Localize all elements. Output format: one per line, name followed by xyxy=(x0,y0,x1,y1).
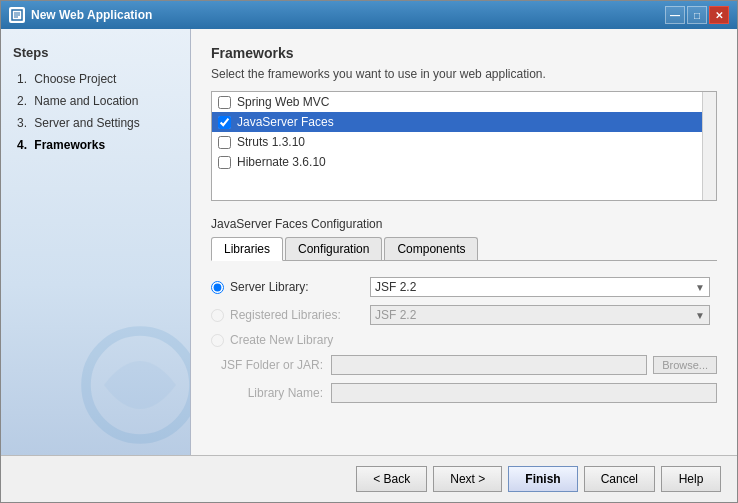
app-icon xyxy=(9,7,25,23)
framework-struts-checkbox[interactable] xyxy=(218,136,231,149)
library-name-row: Library Name: xyxy=(211,383,717,403)
registered-libraries-label: Registered Libraries: xyxy=(230,308,370,322)
framework-struts-label: Struts 1.3.10 xyxy=(237,135,305,149)
titlebar: New Web Application — □ ✕ xyxy=(1,1,737,29)
page-subtitle: Select the frameworks you want to use in… xyxy=(211,67,717,81)
create-library-label: Create New Library xyxy=(230,333,333,347)
frameworks-scrollbar[interactable] xyxy=(702,92,716,200)
finish-button[interactable]: Finish xyxy=(508,466,577,492)
jsf-folder-row: JSF Folder or JAR: Browse... xyxy=(211,355,717,375)
step-2: 2. Name and Location xyxy=(13,92,178,110)
tab-libraries[interactable]: Libraries xyxy=(211,237,283,261)
step-4-label: Frameworks xyxy=(34,138,105,152)
window-controls: — □ ✕ xyxy=(665,6,729,24)
framework-hibernate-checkbox[interactable] xyxy=(218,156,231,169)
create-library-radio[interactable] xyxy=(211,334,224,347)
maximize-button[interactable]: □ xyxy=(687,6,707,24)
frameworks-list[interactable]: Spring Web MVC JavaServer Faces Struts 1… xyxy=(211,91,717,201)
main-panel: Frameworks Select the frameworks you wan… xyxy=(191,29,737,455)
server-library-label: Server Library: xyxy=(230,280,370,294)
framework-spring[interactable]: Spring Web MVC xyxy=(212,92,716,112)
framework-spring-label: Spring Web MVC xyxy=(237,95,329,109)
jsf-folder-label: JSF Folder or JAR: xyxy=(211,358,331,372)
close-button[interactable]: ✕ xyxy=(709,6,729,24)
step-1: 1. Choose Project xyxy=(13,70,178,88)
jsf-config-title: JavaServer Faces Configuration xyxy=(211,217,717,231)
registered-libraries-arrow: ▼ xyxy=(695,310,705,321)
cancel-button[interactable]: Cancel xyxy=(584,466,655,492)
step-3-label: Server and Settings xyxy=(34,116,139,130)
framework-hibernate[interactable]: Hibernate 3.6.10 xyxy=(212,152,716,172)
window-content: Steps 1. Choose Project 2. Name and Loca… xyxy=(1,29,737,455)
server-library-dropdown[interactable]: JSF 2.2 ▼ xyxy=(370,277,710,297)
step-1-label: Choose Project xyxy=(34,72,116,86)
step-1-number: 1. xyxy=(17,72,27,86)
library-name-input[interactable] xyxy=(331,383,717,403)
step-2-label: Name and Location xyxy=(34,94,138,108)
server-library-arrow: ▼ xyxy=(695,282,705,293)
tab-content-libraries: Server Library: JSF 2.2 ▼ Registered Lib… xyxy=(211,273,717,415)
registered-libraries-radio[interactable] xyxy=(211,309,224,322)
browse-button[interactable]: Browse... xyxy=(653,356,717,374)
server-library-radio[interactable] xyxy=(211,281,224,294)
step-4-number: 4. xyxy=(17,138,27,152)
jsf-folder-input[interactable] xyxy=(331,355,647,375)
steps-list: 1. Choose Project 2. Name and Location 3… xyxy=(13,70,178,154)
registered-libraries-row: Registered Libraries: JSF 2.2 ▼ xyxy=(211,305,717,325)
next-button[interactable]: Next > xyxy=(433,466,502,492)
step-4: 4. Frameworks xyxy=(13,136,178,154)
back-button[interactable]: < Back xyxy=(356,466,427,492)
tab-components[interactable]: Components xyxy=(384,237,478,260)
framework-jsf-checkbox[interactable] xyxy=(218,116,231,129)
tabs-bar: Libraries Configuration Components xyxy=(211,237,717,261)
server-library-row: Server Library: JSF 2.2 ▼ xyxy=(211,277,717,297)
registered-libraries-value: JSF 2.2 xyxy=(375,308,416,322)
footer: < Back Next > Finish Cancel Help xyxy=(1,455,737,502)
server-library-value: JSF 2.2 xyxy=(375,280,416,294)
main-window: New Web Application — □ ✕ Steps 1. Choos… xyxy=(0,0,738,503)
registered-libraries-dropdown: JSF 2.2 ▼ xyxy=(370,305,710,325)
framework-struts[interactable]: Struts 1.3.10 xyxy=(212,132,716,152)
minimize-button[interactable]: — xyxy=(665,6,685,24)
framework-hibernate-label: Hibernate 3.6.10 xyxy=(237,155,326,169)
sidebar-watermark xyxy=(80,325,191,445)
framework-jsf-label: JavaServer Faces xyxy=(237,115,334,129)
step-2-number: 2. xyxy=(17,94,27,108)
sidebar-heading: Steps xyxy=(13,45,178,60)
step-3: 3. Server and Settings xyxy=(13,114,178,132)
framework-jsf[interactable]: JavaServer Faces xyxy=(212,112,716,132)
step-3-number: 3. xyxy=(17,116,27,130)
library-name-label: Library Name: xyxy=(211,386,331,400)
page-title: Frameworks xyxy=(211,45,717,61)
sidebar: Steps 1. Choose Project 2. Name and Loca… xyxy=(1,29,191,455)
jsf-config-section: JavaServer Faces Configuration Libraries… xyxy=(211,217,717,415)
framework-spring-checkbox[interactable] xyxy=(218,96,231,109)
help-button[interactable]: Help xyxy=(661,466,721,492)
create-library-row: Create New Library xyxy=(211,333,717,347)
window-title: New Web Application xyxy=(31,8,665,22)
tab-configuration[interactable]: Configuration xyxy=(285,237,382,260)
